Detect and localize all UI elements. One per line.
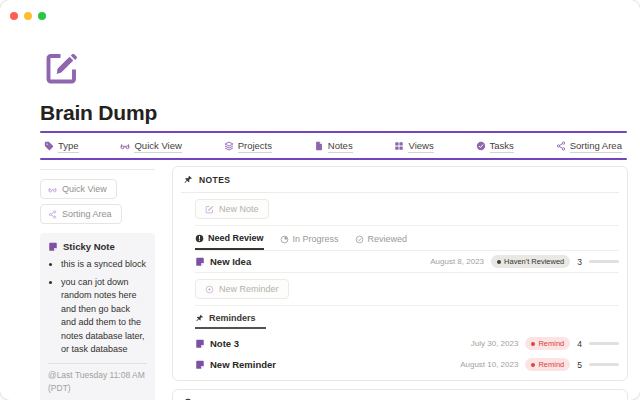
note-date: August 8, 2023	[430, 257, 484, 266]
app-window: Brain Dump Type Quick View Projects Note…	[0, 0, 640, 400]
status-tab-need-review[interactable]: Need Review	[195, 233, 264, 250]
new-note-button[interactable]: New Note	[195, 199, 269, 219]
sidebar-sorting-area-button[interactable]: Sorting Area	[40, 204, 122, 224]
progress-bar	[589, 342, 619, 345]
reminder-row-title: New Reminder	[195, 359, 276, 370]
tab-tasks[interactable]: Tasks	[476, 140, 514, 153]
remind-badge: Remind	[525, 358, 570, 371]
main-content: NOTES New Note Need Review In Progress	[172, 166, 628, 400]
tab-notes[interactable]: Notes	[314, 140, 353, 153]
note-icon	[195, 257, 205, 267]
nodes-icon	[48, 210, 57, 219]
grid-icon	[394, 141, 404, 151]
property-tab-bar: Type Quick View Projects Notes Views Tas…	[44, 137, 622, 155]
reminder-row[interactable]: New Reminder August 10, 2023 Remind 5	[195, 354, 619, 375]
progress-circle-icon	[280, 235, 289, 244]
card-divider	[181, 192, 619, 193]
reminder-count: 5	[577, 360, 582, 370]
tasks-card: TASKS & PROJECTS New Task	[172, 389, 628, 400]
note-row-title: New Idea	[195, 256, 251, 267]
close-window-button[interactable]	[10, 12, 18, 20]
check-ring-icon	[355, 235, 364, 244]
zoom-window-button[interactable]	[38, 12, 46, 20]
alert-circle-icon	[195, 234, 204, 243]
edit-page-icon	[44, 50, 80, 86]
sticky-note-block[interactable]: Sticky Note this is a synced block you c…	[40, 233, 155, 400]
nodes-icon	[556, 141, 566, 151]
sticky-note-list: this is a synced block you can jot down …	[50, 258, 147, 357]
sticky-note-timestamp: @Last Tuesday 11:08 AM (PDT)	[48, 369, 147, 395]
remind-badge: Remind	[525, 337, 570, 350]
progress-bar	[589, 363, 619, 366]
page-title: Brain Dump	[40, 101, 157, 125]
note-icon	[195, 339, 205, 349]
tabbar-divider	[40, 158, 627, 160]
sticky-note-divider	[48, 363, 147, 364]
layers-icon	[224, 141, 234, 151]
tasks-card-header: TASKS & PROJECTS	[173, 390, 627, 400]
sticky-note-bullet: this is a synced block	[61, 258, 147, 272]
minimize-window-button[interactable]	[24, 12, 32, 20]
sidebar: Quick View Sorting Area Sticky Note this…	[40, 166, 155, 400]
status-tab-in-progress[interactable]: In Progress	[280, 233, 339, 250]
edit-icon	[205, 205, 214, 214]
reminder-date: August 10, 2023	[460, 360, 518, 369]
note-icon	[48, 242, 58, 252]
section-divider	[195, 305, 619, 306]
glasses-icon	[48, 185, 57, 194]
tab-projects[interactable]: Projects	[224, 140, 272, 153]
notes-card-header: NOTES	[173, 167, 627, 192]
reminder-row-title: Note 3	[195, 338, 239, 349]
reminder-row[interactable]: Note 3 July 30, 2023 Remind 4	[195, 333, 619, 354]
tab-type[interactable]: Type	[44, 140, 79, 153]
section-divider	[195, 225, 619, 226]
sidebar-quick-view-button[interactable]: Quick View	[40, 179, 117, 199]
reminders-section-header[interactable]: Reminders	[195, 313, 266, 329]
status-badge: Haven't Reviewed	[491, 255, 570, 268]
section-divider	[195, 272, 619, 273]
notes-card: NOTES New Note Need Review In Progress	[172, 166, 628, 381]
reminder-date: July 30, 2023	[471, 339, 519, 348]
sidebar-divider	[40, 169, 155, 170]
plus-circle-icon	[205, 285, 214, 294]
progress-bar	[589, 260, 619, 263]
tab-views[interactable]: Views	[394, 140, 433, 153]
note-icon	[195, 360, 205, 370]
sticky-note-bullet: you can jot down random notes here and t…	[61, 276, 147, 357]
status-tab-reviewed[interactable]: Reviewed	[355, 233, 408, 250]
check-circle-icon	[476, 141, 486, 151]
title-divider	[40, 131, 627, 133]
pin-icon	[195, 314, 204, 323]
tab-sorting-area[interactable]: Sorting Area	[556, 140, 622, 153]
window-controls	[10, 12, 46, 20]
tag-icon	[44, 141, 54, 151]
new-reminder-button[interactable]: New Reminder	[195, 279, 289, 299]
note-count: 3	[577, 257, 582, 267]
status-tab-bar: Need Review In Progress Reviewed	[195, 233, 619, 250]
glasses-icon	[120, 141, 130, 151]
note-row[interactable]: New Idea August 8, 2023 Haven't Reviewed…	[195, 251, 619, 272]
reminder-count: 4	[577, 339, 582, 349]
sticky-note-header: Sticky Note	[48, 241, 147, 252]
document-icon	[314, 141, 324, 151]
tab-quick-view[interactable]: Quick View	[120, 140, 181, 153]
pin-icon	[183, 175, 193, 185]
